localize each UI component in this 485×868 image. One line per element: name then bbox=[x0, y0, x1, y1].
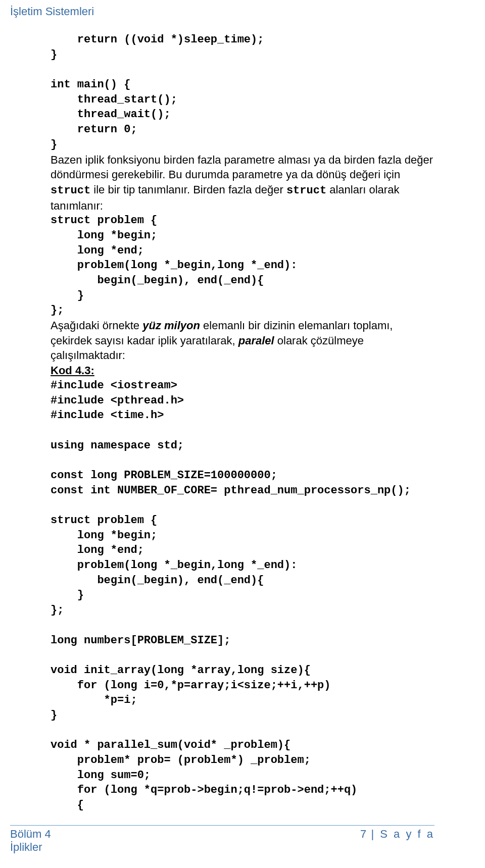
footer-chapter: Bölüm 4 bbox=[10, 828, 51, 840]
footer-left: Bölüm 4 İplikler bbox=[10, 828, 51, 854]
code-block-1: return ((void *)sleep_time); } int main(… bbox=[51, 32, 434, 152]
inline-code-struct-2: struct bbox=[286, 184, 326, 197]
emphasis-yuz-milyon: yüz milyon bbox=[142, 319, 200, 332]
code-listing-label: Kod 4.3: bbox=[51, 363, 434, 378]
prose-text: Bazen iplik fonksiyonu birden fazla para… bbox=[51, 154, 433, 181]
footer-page-number: 7 bbox=[360, 828, 366, 840]
footer-right: 7 | S a y f a bbox=[360, 828, 434, 841]
prose-text: ile bir tip tanımlanır. Birden fazla değ… bbox=[90, 183, 286, 196]
page-footer: Bölüm 4 İplikler 7 | S a y f a bbox=[10, 825, 434, 854]
page-header: İşletim Sistemleri bbox=[0, 5, 434, 18]
footer-topic: İplikler bbox=[10, 841, 42, 853]
prose-paragraph-2: Aşağıdaki örnekte yüz milyon elemanlı bi… bbox=[51, 318, 434, 363]
emphasis-paralel: paralel bbox=[238, 334, 274, 347]
footer-page-word: S a y f a bbox=[380, 828, 434, 840]
code-block-3: #include <iostream> #include <pthread.h>… bbox=[51, 378, 434, 813]
kod-label: Kod 4.3: bbox=[51, 364, 94, 377]
prose-paragraph-1: Bazen iplik fonksiyonu birden fazla para… bbox=[51, 152, 434, 214]
prose-text: Aşağıdaki örnekte bbox=[51, 319, 142, 332]
document-page: İşletim Sistemleri return ((void *)sleep… bbox=[0, 0, 485, 868]
inline-code-struct-1: struct bbox=[51, 184, 90, 197]
code-block-2: struct problem { long *begin; long *end;… bbox=[51, 213, 434, 318]
